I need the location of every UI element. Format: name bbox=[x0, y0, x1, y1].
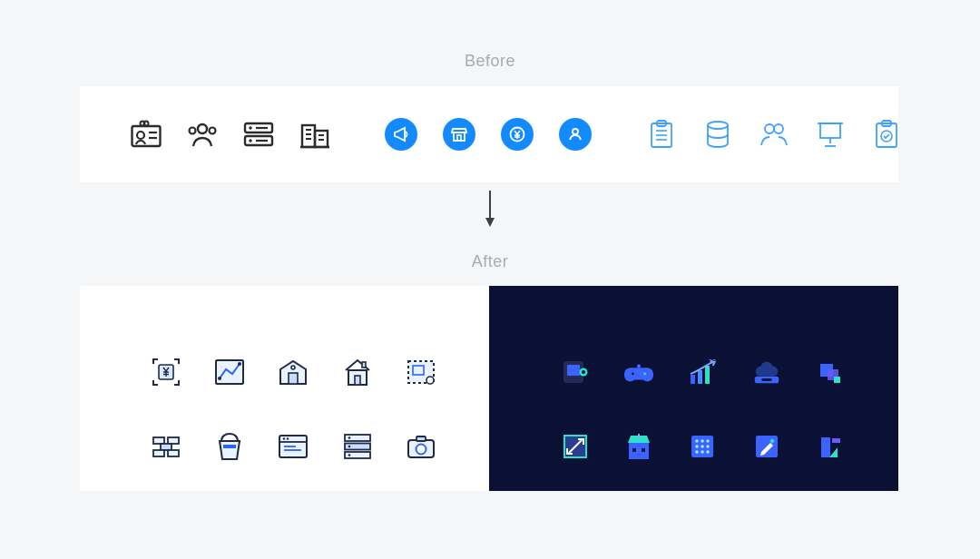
svg-rect-61 bbox=[168, 450, 179, 456]
svg-point-26 bbox=[573, 129, 578, 134]
arrow-down-icon bbox=[485, 191, 495, 227]
svg-point-85 bbox=[643, 372, 646, 375]
svg-rect-59 bbox=[161, 444, 172, 450]
svg-point-65 bbox=[283, 437, 285, 439]
svg-rect-91 bbox=[761, 378, 771, 381]
svg-rect-89 bbox=[705, 366, 710, 384]
svg-rect-53 bbox=[362, 362, 366, 368]
svg-rect-97 bbox=[629, 443, 649, 459]
svg-point-72 bbox=[348, 436, 350, 439]
svg-rect-98 bbox=[632, 448, 636, 452]
svg-point-1 bbox=[137, 132, 144, 139]
svg-rect-23 bbox=[454, 132, 465, 141]
bricks-icon bbox=[151, 431, 181, 462]
svg-rect-94 bbox=[834, 377, 840, 383]
svg-point-47 bbox=[218, 377, 221, 380]
blueprint-icon bbox=[406, 357, 436, 387]
svg-rect-113 bbox=[821, 437, 830, 457]
warehouse-icon bbox=[278, 357, 309, 387]
after-dark-panel: 30 bbox=[489, 286, 898, 491]
svg-rect-60 bbox=[153, 450, 164, 456]
svg-point-103 bbox=[701, 439, 704, 442]
svg-rect-62 bbox=[223, 445, 236, 448]
after-panel: 30 bbox=[80, 286, 898, 491]
svg-rect-36 bbox=[820, 123, 840, 138]
list-lines-icon bbox=[243, 119, 274, 150]
svg-point-8 bbox=[210, 128, 216, 134]
group-icon bbox=[187, 119, 218, 150]
svg-rect-49 bbox=[289, 373, 298, 384]
after-light-panel bbox=[80, 286, 489, 491]
svg-point-56 bbox=[426, 377, 434, 384]
house-icon bbox=[342, 357, 373, 387]
block-stack-icon bbox=[815, 357, 846, 387]
grid-icon bbox=[687, 431, 718, 462]
megaphone-icon bbox=[385, 118, 417, 151]
before-group-solid bbox=[385, 118, 592, 151]
org-icon bbox=[559, 118, 592, 151]
svg-point-77 bbox=[416, 445, 426, 455]
svg-point-34 bbox=[774, 124, 783, 133]
svg-rect-79 bbox=[567, 365, 580, 376]
edit-icon bbox=[751, 431, 782, 462]
gamepad-icon bbox=[623, 357, 654, 387]
svg-point-107 bbox=[707, 445, 710, 447]
clipboard-list-icon bbox=[646, 119, 677, 150]
svg-rect-15 bbox=[302, 125, 315, 147]
rows-icon bbox=[342, 431, 373, 462]
svg-rect-52 bbox=[355, 376, 360, 385]
clipboard-check-icon bbox=[871, 119, 902, 150]
svg-point-48 bbox=[238, 362, 241, 366]
svg-point-66 bbox=[287, 437, 289, 439]
svg-point-84 bbox=[632, 372, 634, 375]
growth-chart-icon: 30 bbox=[687, 357, 718, 387]
people-icon bbox=[759, 119, 789, 150]
shapes-icon bbox=[815, 431, 846, 462]
svg-point-5 bbox=[144, 122, 149, 126]
svg-rect-114 bbox=[832, 438, 840, 443]
svg-point-105 bbox=[696, 445, 699, 447]
database-icon bbox=[702, 119, 733, 150]
svg-point-74 bbox=[348, 454, 350, 456]
svg-rect-76 bbox=[416, 436, 426, 441]
device-icon bbox=[560, 357, 591, 387]
expand-icon bbox=[560, 431, 591, 462]
yen-frame-icon bbox=[151, 357, 181, 387]
chart-line-icon bbox=[214, 357, 245, 387]
presentation-icon bbox=[815, 119, 846, 150]
after-label: After bbox=[0, 252, 980, 271]
before-group-thin bbox=[646, 119, 902, 150]
cloud-storage-icon bbox=[751, 357, 782, 387]
svg-point-32 bbox=[708, 122, 728, 129]
store-dark-icon bbox=[623, 431, 654, 462]
before-panel bbox=[80, 86, 898, 182]
svg-rect-99 bbox=[642, 448, 645, 452]
id-card-icon bbox=[131, 119, 162, 150]
camera-icon bbox=[406, 431, 436, 462]
svg-point-7 bbox=[190, 128, 196, 134]
svg-rect-87 bbox=[691, 375, 695, 384]
svg-point-108 bbox=[696, 450, 699, 453]
svg-point-11 bbox=[249, 126, 252, 130]
svg-point-6 bbox=[198, 124, 207, 133]
svg-point-109 bbox=[701, 450, 704, 453]
bucket-icon bbox=[214, 431, 245, 462]
buildings-icon bbox=[299, 119, 330, 150]
svg-point-104 bbox=[707, 439, 710, 442]
store-icon bbox=[443, 118, 475, 151]
svg-point-102 bbox=[696, 439, 699, 442]
svg-rect-88 bbox=[698, 370, 702, 384]
before-group-outline bbox=[131, 119, 330, 150]
svg-rect-58 bbox=[168, 437, 179, 444]
svg-point-106 bbox=[701, 445, 704, 447]
svg-rect-57 bbox=[153, 437, 164, 444]
svg-point-73 bbox=[348, 446, 350, 448]
svg-point-12 bbox=[249, 139, 252, 142]
yen-icon bbox=[501, 118, 534, 151]
browser-window-icon bbox=[278, 431, 309, 462]
svg-point-33 bbox=[765, 124, 774, 133]
before-label: Before bbox=[0, 52, 980, 71]
svg-point-110 bbox=[707, 450, 710, 453]
svg-point-81 bbox=[582, 370, 585, 374]
